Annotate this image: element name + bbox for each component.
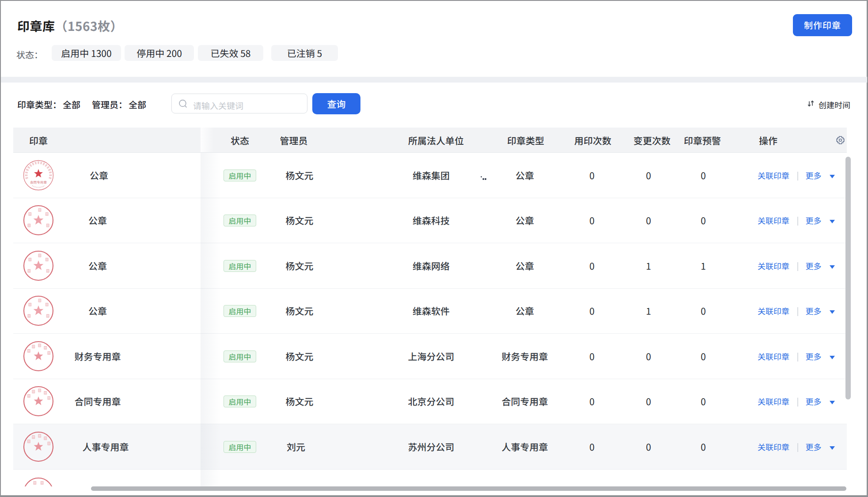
svg-text:合同专用章: 合同专用章 bbox=[30, 180, 47, 184]
